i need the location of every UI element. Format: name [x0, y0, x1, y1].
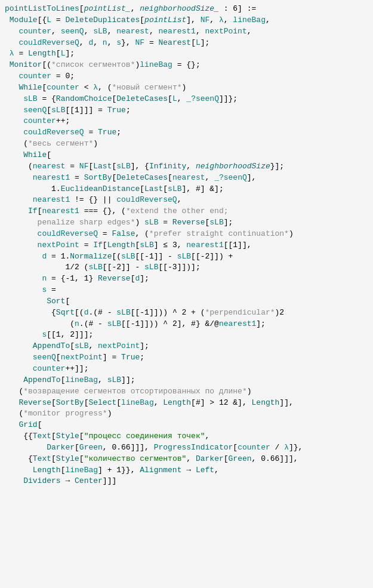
line-34: AppendTo[lineBag, sLB]];	[0, 375, 373, 386]
line-42: Length[lineBag] + 1}}, Alignment → Left,	[0, 465, 373, 476]
line-17: 1.EuclideanDistance[Last[sLB], #] &];	[0, 184, 373, 195]
line-7: counter = 0;	[0, 71, 373, 82]
line-11: counter++;	[0, 116, 373, 127]
line-2: Module[{L = DeleteDuplicates[pointList],…	[0, 15, 373, 26]
line-28: {Sqrt[(d.(# - sLB[[-1]])) ^ 2 + (*perpen…	[0, 307, 373, 319]
line-23: d = 1.Normalize[(sLB[[-1]] - sLB[[-2]]) …	[0, 251, 373, 263]
line-31: AppendTo[sLB, nextPoint];	[0, 341, 373, 352]
line-9: sLB = {RandomChoice[DeleteCases[L, _?see…	[0, 94, 373, 105]
line-18: nearest1 != {} || couldReverseQ,	[0, 195, 373, 206]
line-19: If[nearest1 === {}, (*extend the other e…	[0, 206, 373, 217]
line-36: Reverse[SortBy[Select[lineBag, Length[#]…	[0, 398, 373, 409]
line-12: couldReverseQ = True;	[0, 127, 373, 138]
line-43: Dividers → Center]]]	[0, 476, 373, 487]
line-8: While[counter < λ, (*новый сегмент*)	[0, 82, 373, 94]
line-37: (*monitor progress*)	[0, 408, 373, 420]
line-14: While[	[0, 150, 373, 161]
line-4: couldReverseQ, d, n, s}, NF = Nearest[L]…	[0, 38, 373, 49]
line-40: Darker[Green, 0.66]]], ProgressIndicator…	[0, 442, 373, 454]
line-33: counter++]];	[0, 364, 373, 375]
line-38: Grid[	[0, 420, 373, 431]
line-3: counter, seenQ, sLB, nearest, nearest1, …	[0, 26, 373, 38]
line-41: {Text[Style["количество сегментов", Dark…	[0, 454, 373, 465]
line-39: {{Text[Style["процесс соединения точек",	[0, 431, 373, 442]
line-29: (n.(# - sLB[[-1]])) ^ 2], #} &/@nearest1…	[0, 319, 373, 330]
line-27: Sort[	[0, 296, 373, 307]
line-22: nextPoint = If[Length[sLB] ≤ 3, nearest1…	[0, 240, 373, 251]
line-6: Monitor[(*список сегментов*)lineBag = {}…	[0, 60, 373, 71]
line-13: (*весь сегмент*)	[0, 138, 373, 150]
line-26: s =	[0, 285, 373, 296]
line-5: λ = Length[L];	[0, 48, 373, 60]
line-25: n = {-1, 1} Reverse[d];	[0, 273, 373, 285]
line-20: penalize sharp edges*) sLB = Reverse[sLB…	[0, 217, 373, 229]
line-35: (*возвращение сегментов отсортированных …	[0, 386, 373, 398]
line-30: s[[1, 2]]];	[0, 330, 373, 341]
code-container: pointListToLines[pointList_, neighborhoo…	[0, 0, 373, 588]
line-10: seenQ[sLB[[1]]] = True;	[0, 105, 373, 116]
line-24: 1/2 (sLB[[-2]] - sLB[[-3]])];	[0, 262, 373, 273]
line-15: (nearest = NF[Last[sLB], {Infinity, neig…	[0, 161, 373, 173]
line-16: nearest1 = SortBy[DeleteCases[nearest, _…	[0, 173, 373, 184]
line-21: couldReverseQ = False, (*prefer straight…	[0, 229, 373, 240]
line-1: pointListToLines[pointList_, neighborhoo…	[0, 4, 373, 15]
line-32: seenQ[nextPoint] = True;	[0, 352, 373, 364]
